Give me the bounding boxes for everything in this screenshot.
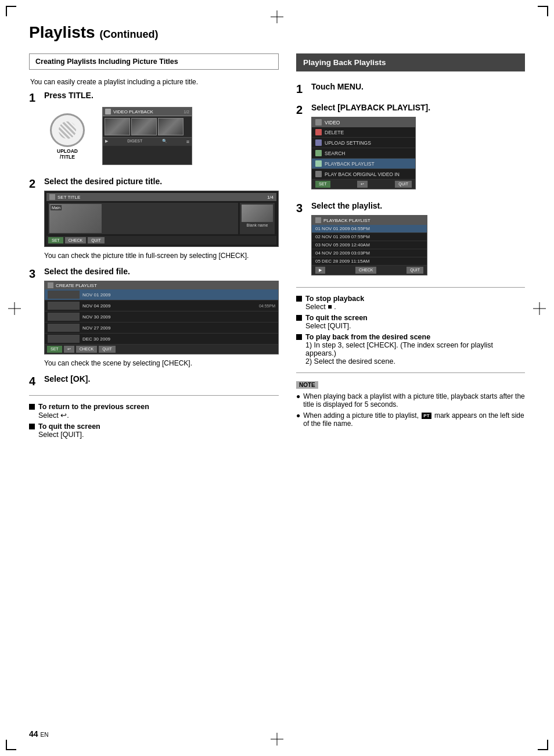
sidebar-label: Blank name: [242, 223, 273, 227]
corner-mark-tr: [538, 6, 548, 16]
pb-menu-quit-btn[interactable]: QUIT: [395, 181, 412, 188]
pb-menu-footer: SET ↩ QUIT: [312, 180, 415, 189]
pb-pl-header-icon: [315, 217, 321, 223]
bullet-quit-right-text: To quit the screen Select [QUIT].: [305, 314, 368, 330]
pb-pl-row-0[interactable]: 01 NOV 01 2009 04:55PM: [312, 225, 427, 233]
bullet-return-title: To return to the previous screen: [38, 403, 149, 411]
video-screen-footer: ▶ DIGEST 🔍 ≡: [103, 137, 192, 146]
pb-menu-header-icon: [315, 119, 322, 126]
video-thumb-2: [131, 118, 157, 135]
bullet-quit-left-text: To quit the screen Select [QUIT].: [38, 422, 100, 439]
pb-pl-row-1[interactable]: 02 NOV 01 2009 07:55PM: [312, 233, 427, 241]
note-text-1: When playing back a playlist with a pict…: [303, 392, 525, 409]
step2-left-title: Select the desired picture title.: [44, 177, 279, 186]
right-column: Playing Back Playlists 1 Touch MENU. 2 S…: [296, 53, 525, 443]
right-section-header-text: Playing Back Playlists: [303, 58, 386, 67]
video-playback-screen: VIDEO PLAYBACK 1/2 ▶: [102, 103, 192, 170]
create-pl-quit-btn[interactable]: QUIT: [99, 346, 116, 353]
create-pl-row-2[interactable]: NOV 30 2009: [45, 311, 278, 323]
step2-right-content: Select [PLAYBACK PLAYLIST]. VIDEO DELETE: [311, 103, 525, 194]
bullet-play-back: To play back from the desired scene 1) I…: [296, 333, 525, 366]
step1-left-num: 1: [29, 91, 39, 105]
page: Playlists (Continued) Creating Playlists…: [0, 0, 554, 756]
note-section: NOTE ● When playing back a playlist with…: [296, 380, 525, 428]
pb-menu-row-playlist[interactable]: PLAYBACK PLAYLIST: [312, 159, 415, 169]
pb-pl-row-4[interactable]: 05 DEC 28 2009 11:15AM: [312, 257, 427, 266]
original-icon: [315, 171, 322, 177]
playback-playlist-screen: PLAYBACK PLAYLIST 01 NOV 01 2009 04:55PM…: [311, 215, 427, 275]
create-pl-date-4: DEC 30 2009: [82, 336, 110, 342]
step4-left-num: 4: [29, 374, 39, 388]
video-icon: [105, 109, 111, 114]
step1-right: 1 Touch MENU.: [296, 82, 525, 96]
pb-pl-header: PLAYBACK PLAYLIST: [312, 216, 427, 225]
pb-pl-check-btn[interactable]: CHECK: [355, 267, 377, 274]
set-title-screen: SET TITLE 1/4 Main Blank name: [44, 191, 279, 247]
pb-menu-row-delete[interactable]: DELETE: [312, 127, 415, 138]
pb-pl-row-2[interactable]: 03 NOV 05 2009 12:40AM: [312, 241, 427, 249]
pb-menu-header: VIDEO: [312, 117, 415, 127]
page-number: 44 EN: [29, 729, 48, 739]
create-pl-row-1[interactable]: NOV 04 2009 04:55PM: [45, 300, 278, 311]
step1-left-content: Press TITLE. UPLOAD /TITLE: [44, 91, 279, 170]
left-section-header: Creating Playlists Including Picture Tit…: [29, 53, 279, 70]
bullet-quit-right-title: To quit the screen: [305, 314, 368, 322]
pb-menu-row-upload[interactable]: UPLOAD SETTINGS: [312, 138, 415, 148]
pb-pl-header-label: PLAYBACK PLAYLIST: [323, 218, 370, 223]
playback-menu-screen: VIDEO DELETE UPLOAD SETTINGS SEARCH: [311, 117, 416, 189]
camera-icon-2: [48, 282, 53, 288]
bullet-return: To return to the previous screen Select …: [29, 403, 279, 420]
note-item-1: ● When playing back a playlist with a pi…: [296, 392, 525, 409]
upload-circle: [50, 113, 85, 147]
check-btn[interactable]: CHECK: [65, 237, 87, 243]
set-title-footer: SET CHECK QUIT: [46, 236, 276, 245]
create-pl-back-btn[interactable]: ↩: [64, 346, 74, 353]
bullet-stop-title: To stop playback: [305, 295, 364, 303]
pb-pl-play-btn[interactable]: ▶: [315, 267, 325, 274]
corner-mark-br: [538, 740, 548, 750]
step1-right-content: Touch MENU.: [311, 82, 525, 95]
create-pl-row-3[interactable]: NOV 27 2009: [45, 323, 278, 334]
pb-menu-back-btn[interactable]: ↩: [357, 181, 368, 188]
step2-right-title: Select [PLAYBACK PLAYLIST].: [311, 103, 525, 112]
left-bullets: To return to the previous screen Select …: [29, 403, 279, 439]
bullet-square-2: [29, 424, 35, 429]
divider-left: [29, 395, 279, 396]
upload-label: UPLOAD /TITLE: [57, 148, 78, 160]
set-btn[interactable]: SET: [48, 237, 63, 243]
create-pl-thumb-0: [48, 291, 80, 299]
pb-menu-row-original[interactable]: PLAY BACK ORIGINAL VIDEO IN: [312, 169, 415, 180]
create-pl-set-btn[interactable]: SET: [47, 346, 62, 353]
bullet-play-back-text: To play back from the desired scene 1) I…: [305, 333, 525, 366]
bullet-square-quit-right: [296, 315, 302, 321]
step2-right: 2 Select [PLAYBACK PLAYLIST]. VIDEO DELE…: [296, 103, 525, 194]
bullet-return-text: To return to the previous screen Select …: [38, 403, 149, 420]
set-title-body: Main Blank name: [46, 201, 276, 236]
quit-btn[interactable]: QUIT: [88, 237, 105, 243]
step2-left-note: You can check the picture title in full-…: [44, 252, 279, 260]
time-stamp-1: 04:55PM: [259, 304, 275, 308]
bullet-play-back-body1: 1) In step 3, select [CHECK]. (The index…: [305, 341, 493, 357]
set-title-sidebar: Blank name: [240, 203, 275, 234]
left-column: Creating Playlists Including Picture Tit…: [29, 53, 279, 443]
create-pl-row-0[interactable]: NOV 01 2009: [45, 289, 278, 300]
pb-menu-set-btn[interactable]: SET: [315, 181, 330, 188]
create-pl-check-btn[interactable]: CHECK: [76, 346, 98, 353]
divider-right: [296, 287, 525, 288]
two-column-layout: Creating Playlists Including Picture Tit…: [29, 53, 525, 443]
pb-menu-row-search[interactable]: SEARCH: [312, 148, 415, 159]
set-title-main: Main: [48, 203, 238, 234]
pb-pl-row-3[interactable]: 04 NOV 20 2009 03:03PM: [312, 249, 427, 257]
crosshair-top: [271, 10, 283, 23]
step1-right-title: Touch MENU.: [311, 82, 525, 91]
step3-left-content: Select the desired file. CREATE PLAYLIST…: [44, 267, 279, 367]
create-pl-label: CREATE PLAYLIST: [56, 283, 97, 288]
create-playlist-screen: CREATE PLAYLIST NOV 01 2009 NOV 04 2009 …: [44, 281, 279, 354]
bullet-quit-right-body: Select [QUIT].: [305, 322, 351, 330]
note-bullet-2: ●: [296, 411, 300, 420]
pb-pl-quit-btn[interactable]: QUIT: [406, 267, 423, 274]
create-pl-row-4[interactable]: DEC 30 2009: [45, 334, 278, 345]
step1-left: 1 Press TITLE. UPLOAD /TITLE: [29, 91, 279, 170]
step3-right: 3 Select the playlist. PLAYBACK PLAYLIST…: [296, 201, 525, 280]
upload-icon: [315, 139, 322, 146]
